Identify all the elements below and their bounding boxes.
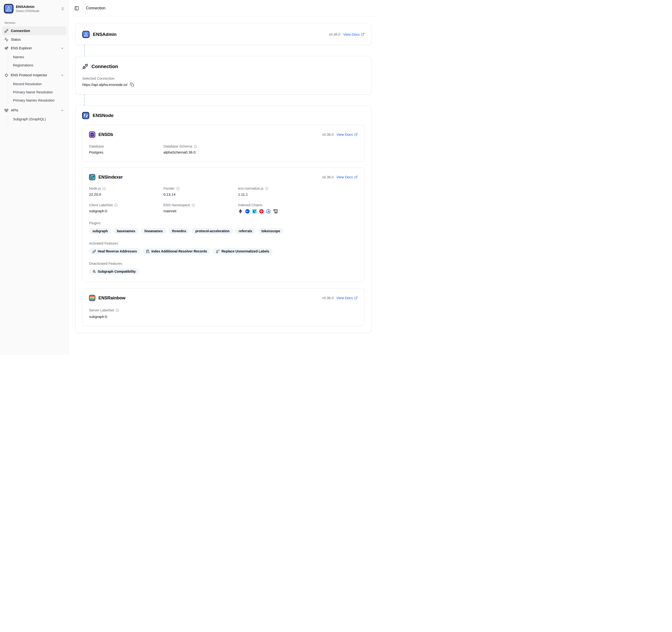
external-link-icon	[354, 296, 358, 300]
topbar: Connection	[69, 0, 377, 17]
selected-connection-label: Selected Connection	[82, 76, 364, 80]
diamond-icon	[4, 73, 8, 77]
sidebar-item-label: Primary Names Resolution	[13, 98, 54, 102]
selected-connection-url: https://api.alpha.ensnode.io/	[82, 82, 127, 87]
sidebar-item-names[interactable]: Names	[11, 53, 67, 61]
ensnode-selector[interactable]: ENSAdmin Select ENSNode	[2, 3, 67, 14]
feature-pill-label: Index Additional Resolver Records	[151, 249, 207, 253]
app-title: ENSAdmin	[16, 5, 58, 9]
external-link-icon	[354, 133, 358, 136]
feature-pill-label: Subgraph Compatibility	[98, 270, 136, 273]
sidebar-item-ens-protocol-inspector[interactable]: ENS Protocol Inspector	[2, 71, 67, 79]
ensindexer-logo-icon	[89, 174, 95, 180]
plugin-pill: protocol-acceleration	[192, 228, 233, 234]
link-icon	[92, 249, 96, 253]
sidebar-item-label: APIs	[11, 108, 18, 112]
breadcrumb: Connection	[86, 6, 105, 10]
radio-tower-icon	[4, 108, 8, 113]
ensindexer-card-title: ENSIndexer	[98, 175, 123, 180]
copy-icon[interactable]	[130, 82, 134, 87]
external-link-icon	[354, 175, 358, 179]
plugin-pill: threedns	[168, 228, 189, 234]
info-icon[interactable]	[116, 309, 119, 312]
sidebar-section-label: Services	[2, 21, 67, 25]
sidebar-toggle-icon[interactable]	[74, 6, 79, 10]
sidebar-item-label: Status	[11, 38, 21, 41]
activated-features-row: Heal Reverse Addresses Index Additional …	[89, 248, 358, 254]
ensdb-version: v0.36.0	[322, 132, 334, 137]
chevrons-up-down-icon[interactable]	[61, 7, 65, 10]
base-chain-icon	[245, 209, 250, 214]
info-icon[interactable]	[192, 203, 195, 207]
view-docs-label: View Docs	[336, 175, 353, 179]
view-docs-label: View Docs	[343, 32, 360, 37]
ensindexer-version: v0.36.0	[322, 175, 334, 179]
sidebar-item-label: Record Resolution	[13, 82, 42, 86]
plugin-pill: referrals	[235, 228, 256, 234]
chevron-down-icon[interactable]	[61, 73, 64, 77]
telescope-icon	[4, 46, 8, 50]
ensnode-card-title: ENSNode	[93, 113, 114, 118]
database-schema-label: Database Schema	[163, 144, 192, 148]
sidebar-item-label: Primary Name Resolution	[13, 90, 53, 94]
info-icon[interactable]	[265, 187, 269, 190]
info-icon[interactable]	[102, 187, 106, 190]
ensnode-card: ENSNode ENSDb v0.36.0 View Docs	[75, 105, 371, 333]
ensadmin-version: v0.36.0	[329, 32, 340, 37]
sidebar-item-label: ENS Explorer	[11, 46, 32, 50]
info-icon[interactable]	[176, 187, 180, 190]
ensdb-view-docs-link[interactable]: View Docs	[336, 132, 358, 137]
sidebar-nav: Connection Status ENS Explorer Names Reg…	[2, 26, 67, 125]
view-docs-label: View Docs	[336, 296, 353, 300]
unplug-icon	[82, 64, 88, 69]
activated-features-label: Activated Features	[89, 241, 358, 245]
plugin-pill: tokenscope	[258, 228, 284, 234]
sidebar-item-ens-explorer[interactable]: ENS Explorer	[2, 44, 67, 52]
sidebar-item-registrations[interactable]: Registrations	[11, 61, 67, 69]
replace-icon	[216, 249, 220, 253]
info-icon[interactable]	[114, 203, 118, 207]
plugins-label: Plugins	[89, 221, 358, 225]
view-docs-label: View Docs	[336, 132, 353, 137]
plugin-pill: lineanames	[141, 228, 166, 234]
ensadmin-card: ENSAdmin v0.36.0 View Docs	[75, 24, 371, 45]
connector-dashed-line	[84, 95, 85, 105]
info-icon[interactable]	[193, 145, 197, 148]
ensindexer-view-docs-link[interactable]: View Docs	[336, 175, 358, 179]
arbitrum-chain-icon	[266, 209, 271, 214]
ensadmin-view-docs-link[interactable]: View Docs	[343, 32, 364, 37]
database-value: Postgres	[89, 150, 163, 154]
sidebar-item-label: ENS Protocol Inspector	[11, 73, 47, 77]
connection-card: Connection Selected Connection https://a…	[75, 56, 371, 95]
sidebar-item-subgraph-graphql[interactable]: Subgraph (GraphQL)	[11, 115, 67, 123]
sidebar-item-status[interactable]: Status	[2, 35, 67, 44]
ens-normalize-label: ens-normalize.js	[238, 187, 264, 190]
linea-chain-icon	[252, 209, 257, 214]
chevron-down-icon[interactable]	[61, 46, 64, 50]
ponder-label: Ponder	[163, 187, 175, 190]
sidebar-item-primary-names-resolution[interactable]: Primary Names Resolution	[11, 96, 67, 104]
database-schema-value: alphaSchema0.36.0	[163, 150, 238, 154]
ensrainbow-version: v0.36.0	[322, 296, 334, 300]
search-icon	[92, 270, 96, 273]
nodejs-value: 22.20.0	[89, 192, 163, 196]
sidebar-item-apis[interactable]: APIs	[2, 106, 67, 115]
ensdb-card-title: ENSDb	[98, 132, 113, 137]
ensadmin-logo-icon	[4, 4, 14, 14]
ens-explorer-subgroup: Names Registrations	[8, 53, 67, 69]
ensrainbow-view-docs-link[interactable]: View Docs	[336, 296, 358, 300]
optimism-chain-icon	[259, 209, 264, 214]
sidebar-item-primary-name-resolution[interactable]: Primary Name Resolution	[11, 88, 67, 96]
feature-pill-subgraph-compatibility: Subgraph Compatibility	[89, 268, 139, 275]
sidebar-item-record-resolution[interactable]: Record Resolution	[11, 80, 67, 88]
unplug-icon	[4, 29, 8, 33]
feature-pill-heal-reverse-addresses: Heal Reverse Addresses	[89, 248, 140, 254]
client-labelset-label: Client LabelSet	[89, 203, 113, 207]
sidebar-item-connection[interactable]: Connection	[2, 26, 67, 35]
apis-subgroup: Subgraph (GraphQL)	[8, 115, 67, 123]
indexed-chains-label: Indexed Chains	[238, 203, 358, 207]
server-labelset-value: subgraph:0	[89, 315, 358, 319]
ensindexer-card: ENSIndexer v0.36.0 View Docs Node.js	[82, 168, 365, 282]
chevron-down-icon[interactable]	[61, 108, 64, 112]
content-scroll[interactable]: ENSAdmin v0.36.0 View Docs Connection Se…	[69, 17, 377, 355]
